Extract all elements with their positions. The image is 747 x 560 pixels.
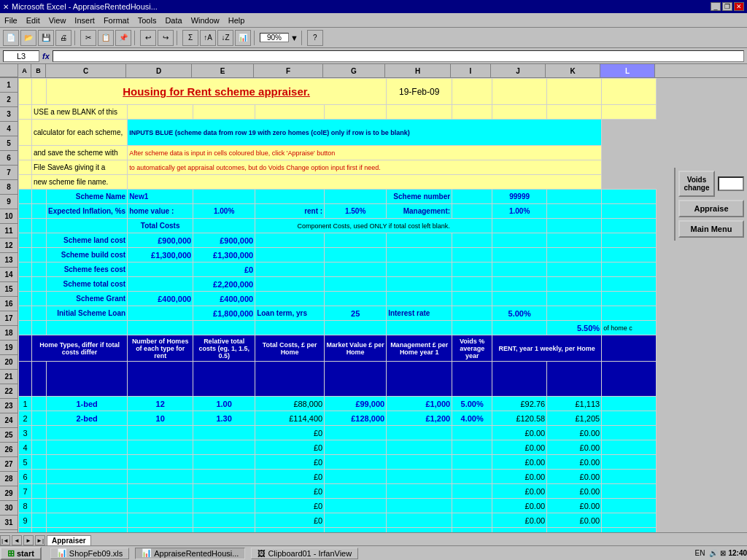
redo-button[interactable]: ↪ xyxy=(158,30,174,46)
cell-B17[interactable]: Home Types, differ if total costs differ xyxy=(32,335,128,362)
sheet-next-btn[interactable]: ► xyxy=(23,535,34,545)
sort-asc-button[interactable]: ↑A xyxy=(200,30,216,46)
cell-G10[interactable] xyxy=(325,233,387,248)
cell-K13[interactable] xyxy=(547,277,602,292)
cell-J20[interactable]: £120.58 xyxy=(492,411,547,426)
cell-A16[interactable] xyxy=(19,321,32,335)
sheet-prev-btn[interactable]: ◄ xyxy=(12,535,22,545)
cell-L1[interactable] xyxy=(602,79,657,105)
voids-change-button[interactable]: Voidschange xyxy=(678,171,715,197)
cell-G20[interactable]: £128,000 xyxy=(325,411,387,426)
cell-L18[interactable] xyxy=(602,362,657,397)
cell-B9[interactable] xyxy=(32,219,47,233)
cell-L7[interactable] xyxy=(602,190,657,204)
cell-I1[interactable] xyxy=(452,79,492,105)
cell-A3[interactable] xyxy=(19,120,32,146)
cell-J12[interactable] xyxy=(492,262,547,277)
cell-E10[interactable]: £900,000 xyxy=(193,233,255,248)
row-header-7[interactable]: 7 xyxy=(0,166,18,180)
cell-K10[interactable] xyxy=(547,233,602,248)
cell-J9[interactable] xyxy=(492,219,547,233)
cell-A6[interactable] xyxy=(19,175,32,190)
cell-A20[interactable]: 2 xyxy=(19,411,32,426)
cell-F9[interactable]: Component Costs, used ONLY if total cost… xyxy=(255,219,492,233)
autosum-button[interactable]: Σ xyxy=(182,30,198,46)
cell-A13[interactable] xyxy=(19,277,32,292)
cell-H20[interactable]: £1,200 xyxy=(387,411,452,426)
cell-G11[interactable] xyxy=(325,248,387,262)
cell-F12[interactable] xyxy=(255,262,325,277)
cell-L9[interactable] xyxy=(602,219,657,233)
cell-B13[interactable] xyxy=(32,277,47,292)
cell-D6[interactable] xyxy=(128,175,602,190)
row-header-3[interactable]: 3 xyxy=(0,107,18,122)
copy-button[interactable]: 📋 xyxy=(98,30,114,46)
cell-F7[interactable] xyxy=(255,190,325,204)
col-header-e[interactable]: E xyxy=(192,64,254,77)
cell-I11[interactable] xyxy=(452,248,492,262)
cell-B7[interactable] xyxy=(32,190,47,204)
cell-K2[interactable] xyxy=(547,105,602,120)
cell-I17[interactable]: Voids % average year xyxy=(452,335,492,362)
cell-H7[interactable]: Scheme number xyxy=(387,190,452,204)
taskbar-item-appraise[interactable]: 📊 AppraiseRentedHousi... xyxy=(135,548,245,559)
cell-E2[interactable] xyxy=(193,105,255,120)
cell-B14[interactable] xyxy=(32,292,47,306)
row-header-8[interactable]: 8 xyxy=(0,180,18,195)
cell-H10[interactable] xyxy=(387,233,452,248)
col-header-a[interactable]: A xyxy=(18,64,31,77)
cell-K8[interactable] xyxy=(547,204,602,219)
row-header-6[interactable]: 6 xyxy=(0,151,18,166)
cell-E11[interactable]: £1,300,000 xyxy=(193,248,255,262)
cell-B5[interactable]: File SaveAs giving it a xyxy=(32,160,128,175)
cell-F10[interactable] xyxy=(255,233,325,248)
cell-I18[interactable] xyxy=(452,362,492,397)
cell-D20[interactable]: 10 xyxy=(128,411,193,426)
menu-tools[interactable]: Tools xyxy=(133,15,161,26)
cell-A5[interactable] xyxy=(19,160,32,175)
cell-E20[interactable]: 1.30 xyxy=(193,411,255,426)
col-header-f[interactable]: F xyxy=(254,64,323,77)
cell-G8[interactable]: 1.50% xyxy=(325,204,387,219)
cell-L20[interactable] xyxy=(602,411,657,426)
cell-H11[interactable] xyxy=(387,248,452,262)
cell-A7[interactable] xyxy=(19,190,32,204)
cell-F15[interactable]: Loan term, yrs xyxy=(255,306,325,321)
cell-G16[interactable] xyxy=(325,321,387,335)
cell-I10[interactable] xyxy=(452,233,492,248)
cell-L16[interactable]: of home c xyxy=(602,321,657,335)
cell-I19[interactable]: 5.00% xyxy=(452,397,492,411)
taskbar-item-irfan[interactable]: 🖼 Clipboard01 - IrfanView xyxy=(251,548,358,559)
cell-K11[interactable] xyxy=(547,248,602,262)
start-button[interactable]: ⊞ start xyxy=(0,547,42,560)
menu-file[interactable]: File xyxy=(0,15,22,26)
cell-D5[interactable]: to automatically get appraisal outcomes,… xyxy=(128,160,602,175)
cell-E15[interactable]: £1,800,000 xyxy=(193,306,255,321)
cell-A18[interactable] xyxy=(19,362,32,397)
cell-K1[interactable] xyxy=(547,79,602,105)
cell-E16[interactable] xyxy=(193,321,255,335)
cell-H1[interactable]: 19-Feb-09 xyxy=(387,79,452,105)
row-header-31[interactable]: 31 xyxy=(0,516,18,530)
row-header-13[interactable]: 13 xyxy=(0,253,18,268)
cell-H12[interactable] xyxy=(387,262,452,277)
cell-C10[interactable]: Scheme land cost xyxy=(47,233,128,248)
paste-button[interactable]: 📌 xyxy=(115,30,131,46)
cell-J8[interactable]: 1.00% xyxy=(492,204,547,219)
cell-E19[interactable]: 1.00 xyxy=(193,397,255,411)
zoom-input[interactable] xyxy=(260,33,289,42)
cell-B15[interactable] xyxy=(32,306,47,321)
row-header-17[interactable]: 17 xyxy=(0,311,18,326)
cell-D10[interactable]: £900,000 xyxy=(128,233,193,248)
cell-H2[interactable] xyxy=(387,105,452,120)
cell-J15[interactable]: 5.00% xyxy=(492,306,547,321)
cell-L8[interactable] xyxy=(602,204,657,219)
cell-B1[interactable] xyxy=(32,79,47,105)
menu-data[interactable]: Data xyxy=(160,15,186,26)
cell-K9[interactable] xyxy=(547,219,602,233)
cell-H19[interactable]: £1,000 xyxy=(387,397,452,411)
cell-F16[interactable] xyxy=(255,321,325,335)
row-header-1[interactable]: 1 xyxy=(0,78,18,93)
cell-A19[interactable]: 1 xyxy=(19,397,32,411)
sheet-first-btn[interactable]: |◄ xyxy=(0,535,10,545)
